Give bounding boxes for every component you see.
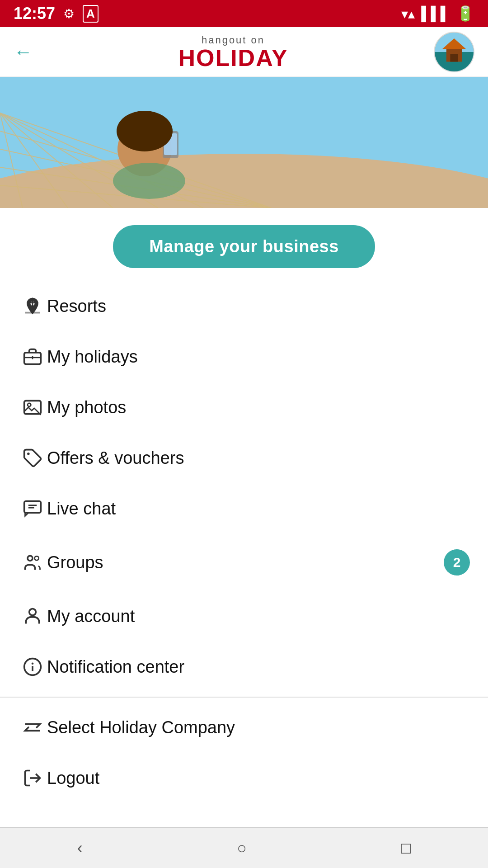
battery-icon: 🔋 xyxy=(456,5,474,22)
menu-item-my-holidays[interactable]: My holidays xyxy=(9,331,479,382)
menu-item-select-holiday-company[interactable]: Select Holiday Company xyxy=(9,702,479,753)
status-right: ▾▴ ▌▌▌ 🔋 xyxy=(401,5,474,22)
tag-icon xyxy=(18,448,47,468)
menu-item-my-account[interactable]: My account xyxy=(9,591,479,642)
menu-divider xyxy=(0,697,488,698)
status-time: 12:57 xyxy=(14,4,55,23)
photos-icon xyxy=(18,397,47,417)
svg-point-24 xyxy=(113,163,185,199)
logout-label: Logout xyxy=(47,769,470,788)
menu-item-resorts[interactable]: Resorts xyxy=(9,281,479,331)
gear-icon: ⚙ xyxy=(63,6,75,21)
svg-point-23 xyxy=(117,111,173,151)
svg-point-32 xyxy=(27,453,30,455)
svg-point-36 xyxy=(28,556,33,561)
header: ← hangout on HOLIDAY xyxy=(0,27,488,77)
manage-btn-container: Manage your business xyxy=(0,208,488,281)
menu-item-my-photos[interactable]: My photos xyxy=(9,382,479,433)
briefcase-icon xyxy=(18,347,47,367)
resorts-icon xyxy=(18,296,47,316)
menu-item-live-chat[interactable]: Live chat xyxy=(9,483,479,534)
avatar-image xyxy=(435,32,474,72)
offers-vouchers-label: Offers & vouchers xyxy=(47,448,470,468)
notification-center-label: Notification center xyxy=(47,657,470,677)
hero-svg xyxy=(0,77,488,208)
signal-icon: ▌▌▌ xyxy=(421,6,450,21)
chat-icon xyxy=(18,499,47,519)
switch-icon xyxy=(18,717,47,737)
logo-bottom: HOLIDAY xyxy=(178,46,288,70)
svg-point-37 xyxy=(35,556,39,560)
bottom-nav: ‹ ○ □ xyxy=(0,827,488,868)
wifi-icon: ▾▴ xyxy=(401,6,415,22)
manage-business-button[interactable]: Manage your business xyxy=(113,225,375,268)
person-icon xyxy=(18,606,47,626)
hero-image xyxy=(0,77,488,208)
select-holiday-company-label: Select Holiday Company xyxy=(47,718,470,737)
groups-badge: 2 xyxy=(444,549,470,576)
menu-list: Resorts My holidays My photos xyxy=(0,281,488,692)
my-photos-label: My photos xyxy=(47,398,470,417)
menu-item-notification-center[interactable]: Notification center xyxy=(9,642,479,692)
groups-icon xyxy=(18,552,47,572)
menu-item-logout[interactable]: Logout xyxy=(9,753,479,803)
status-bar: 12:57 ⚙ A ▾▴ ▌▌▌ 🔋 xyxy=(0,0,488,27)
avatar[interactable] xyxy=(434,32,474,72)
nav-home-button[interactable]: ○ xyxy=(237,839,247,858)
live-chat-label: Live chat xyxy=(47,499,470,519)
svg-rect-33 xyxy=(24,501,41,513)
back-button[interactable]: ← xyxy=(14,41,33,63)
menu-item-offers-vouchers[interactable]: Offers & vouchers xyxy=(9,433,479,483)
status-left: 12:57 ⚙ A xyxy=(14,4,99,23)
menu-item-groups[interactable]: Groups 2 xyxy=(9,534,479,591)
my-holidays-label: My holidays xyxy=(47,347,470,367)
groups-label: Groups xyxy=(47,553,444,572)
svg-point-31 xyxy=(28,403,31,406)
logout-icon xyxy=(18,768,47,788)
logo-top: hangout on xyxy=(202,34,265,46)
my-account-label: My account xyxy=(47,607,470,626)
bottom-menu-list: Select Holiday Company Logout xyxy=(0,702,488,803)
svg-rect-4 xyxy=(450,54,458,61)
nav-recent-button[interactable]: □ xyxy=(401,839,411,858)
text-a-icon: A xyxy=(83,5,99,23)
nav-back-button[interactable]: ‹ xyxy=(77,839,83,858)
resorts-label: Resorts xyxy=(47,297,470,316)
logo: hangout on HOLIDAY xyxy=(178,34,288,70)
svg-point-38 xyxy=(29,609,36,616)
info-icon xyxy=(18,657,47,677)
